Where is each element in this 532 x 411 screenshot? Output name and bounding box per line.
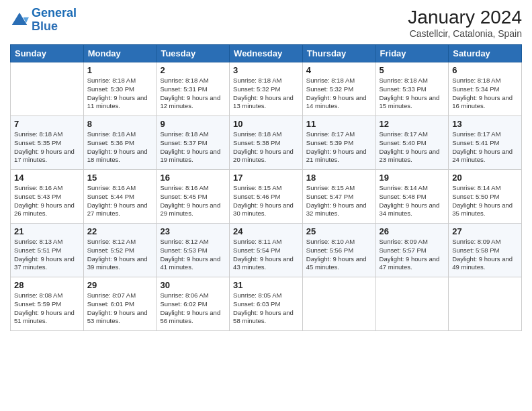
day-number: 25 [306,226,372,236]
day-number: 5 [380,65,445,75]
day-info: Sunrise: 8:14 AM Sunset: 5:50 PM Dayligh… [452,184,518,218]
col-sunday: Sunday [11,45,84,62]
day-number: 28 [14,280,80,290]
day-info: Sunrise: 8:09 AM Sunset: 5:58 PM Dayligh… [452,238,518,272]
day-number: 30 [160,280,226,290]
day-number: 24 [233,226,299,236]
calendar-cell [11,62,84,116]
day-number: 10 [233,119,299,129]
day-number: 13 [452,119,518,129]
day-number: 21 [14,226,80,236]
calendar-cell: 8Sunrise: 8:18 AM Sunset: 5:36 PM Daylig… [83,116,157,170]
day-info: Sunrise: 8:18 AM Sunset: 5:37 PM Dayligh… [160,130,226,165]
calendar-week-4: 21Sunrise: 8:13 AM Sunset: 5:51 PM Dayli… [11,224,522,277]
day-number: 9 [160,119,226,129]
calendar-cell: 31Sunrise: 8:05 AM Sunset: 6:03 PM Dayli… [230,277,303,331]
day-info: Sunrise: 8:15 AM Sunset: 5:46 PM Dayligh… [233,184,299,218]
calendar-cell: 17Sunrise: 8:15 AM Sunset: 5:46 PM Dayli… [230,170,303,224]
month-title: January 2024 [408,7,522,28]
calendar-cell: 1Sunrise: 8:18 AM Sunset: 5:30 PM Daylig… [83,62,157,116]
calendar-week-2: 7Sunrise: 8:18 AM Sunset: 5:35 PM Daylig… [11,116,522,170]
location: Castellcir, Catalonia, Spain [408,28,522,39]
day-info: Sunrise: 8:07 AM Sunset: 6:01 PM Dayligh… [87,291,153,326]
calendar-cell: 4Sunrise: 8:18 AM Sunset: 5:32 PM Daylig… [302,62,375,116]
calendar-cell: 20Sunrise: 8:14 AM Sunset: 5:50 PM Dayli… [449,170,522,224]
calendar-cell: 9Sunrise: 8:18 AM Sunset: 5:37 PM Daylig… [157,116,230,170]
calendar-cell: 30Sunrise: 8:06 AM Sunset: 6:02 PM Dayli… [157,277,230,331]
logo-line2: Blue [32,19,58,33]
col-friday: Friday [375,45,449,62]
calendar-table: Sunday Monday Tuesday Wednesday Thursday… [10,44,522,331]
day-number: 19 [380,173,445,183]
calendar-week-1: 1Sunrise: 8:18 AM Sunset: 5:30 PM Daylig… [11,62,522,116]
day-info: Sunrise: 8:08 AM Sunset: 5:59 PM Dayligh… [14,291,80,326]
calendar-cell [302,277,375,331]
day-info: Sunrise: 8:16 AM Sunset: 5:44 PM Dayligh… [87,184,153,218]
day-info: Sunrise: 8:12 AM Sunset: 5:52 PM Dayligh… [87,238,153,272]
calendar-cell: 28Sunrise: 8:08 AM Sunset: 5:59 PM Dayli… [11,277,84,331]
header: General Blue January 2024 Castellcir, Ca… [10,7,522,39]
calendar-cell: 29Sunrise: 8:07 AM Sunset: 6:01 PM Dayli… [83,277,157,331]
day-info: Sunrise: 8:18 AM Sunset: 5:33 PM Dayligh… [380,77,445,111]
day-number: 14 [14,173,80,183]
calendar-cell: 24Sunrise: 8:11 AM Sunset: 5:54 PM Dayli… [230,224,303,277]
day-number: 3 [233,65,299,75]
day-number: 22 [87,226,153,236]
day-info: Sunrise: 8:09 AM Sunset: 5:57 PM Dayligh… [380,238,445,272]
logo: General Blue [10,7,77,34]
logo-text: General Blue [32,7,77,34]
day-number: 16 [160,173,226,183]
logo-line1: General [32,6,77,19]
day-number: 12 [380,119,445,129]
day-number: 6 [452,65,518,75]
day-info: Sunrise: 8:17 AM Sunset: 5:41 PM Dayligh… [452,130,518,165]
day-info: Sunrise: 8:16 AM Sunset: 5:45 PM Dayligh… [160,184,226,218]
calendar-cell: 5Sunrise: 8:18 AM Sunset: 5:33 PM Daylig… [375,62,449,116]
col-tuesday: Tuesday [157,45,230,62]
calendar-week-3: 14Sunrise: 8:16 AM Sunset: 5:43 PM Dayli… [11,170,522,224]
day-info: Sunrise: 8:12 AM Sunset: 5:53 PM Dayligh… [160,238,226,272]
page-container: General Blue January 2024 Castellcir, Ca… [0,0,532,338]
day-info: Sunrise: 8:05 AM Sunset: 6:03 PM Dayligh… [233,291,299,326]
calendar-cell [449,277,522,331]
calendar-cell: 26Sunrise: 8:09 AM Sunset: 5:57 PM Dayli… [375,224,449,277]
calendar-cell: 18Sunrise: 8:15 AM Sunset: 5:47 PM Dayli… [302,170,375,224]
day-info: Sunrise: 8:18 AM Sunset: 5:30 PM Dayligh… [87,77,153,111]
calendar-cell: 25Sunrise: 8:10 AM Sunset: 5:56 PM Dayli… [302,224,375,277]
col-saturday: Saturday [449,45,522,62]
day-number: 26 [380,226,445,236]
day-number: 4 [306,65,372,75]
calendar-cell: 15Sunrise: 8:16 AM Sunset: 5:44 PM Dayli… [83,170,157,224]
day-info: Sunrise: 8:18 AM Sunset: 5:31 PM Dayligh… [160,77,226,111]
day-info: Sunrise: 8:13 AM Sunset: 5:51 PM Dayligh… [14,238,80,272]
day-number: 27 [452,226,518,236]
calendar-cell: 23Sunrise: 8:12 AM Sunset: 5:53 PM Dayli… [157,224,230,277]
day-info: Sunrise: 8:18 AM Sunset: 5:32 PM Dayligh… [306,77,372,111]
calendar-cell: 3Sunrise: 8:18 AM Sunset: 5:32 PM Daylig… [230,62,303,116]
day-number: 23 [160,226,226,236]
calendar-cell: 21Sunrise: 8:13 AM Sunset: 5:51 PM Dayli… [11,224,84,277]
day-info: Sunrise: 8:16 AM Sunset: 5:43 PM Dayligh… [14,184,80,218]
day-number: 18 [306,173,372,183]
calendar-cell: 22Sunrise: 8:12 AM Sunset: 5:52 PM Dayli… [83,224,157,277]
day-info: Sunrise: 8:18 AM Sunset: 5:36 PM Dayligh… [87,130,153,165]
calendar-cell: 7Sunrise: 8:18 AM Sunset: 5:35 PM Daylig… [11,116,84,170]
day-number: 11 [306,119,372,129]
logo-icon [10,11,29,30]
day-number: 1 [87,65,153,75]
day-number: 17 [233,173,299,183]
day-info: Sunrise: 8:18 AM Sunset: 5:34 PM Dayligh… [452,77,518,111]
calendar-cell: 6Sunrise: 8:18 AM Sunset: 5:34 PM Daylig… [449,62,522,116]
day-info: Sunrise: 8:10 AM Sunset: 5:56 PM Dayligh… [306,238,372,272]
calendar-cell: 13Sunrise: 8:17 AM Sunset: 5:41 PM Dayli… [449,116,522,170]
day-number: 29 [87,280,153,290]
day-number: 2 [160,65,226,75]
calendar-cell [375,277,449,331]
day-info: Sunrise: 8:18 AM Sunset: 5:38 PM Dayligh… [233,130,299,165]
col-wednesday: Wednesday [230,45,303,62]
calendar-cell: 19Sunrise: 8:14 AM Sunset: 5:48 PM Dayli… [375,170,449,224]
day-number: 7 [14,119,80,129]
day-number: 31 [233,280,299,290]
calendar-cell: 2Sunrise: 8:18 AM Sunset: 5:31 PM Daylig… [157,62,230,116]
calendar-cell: 27Sunrise: 8:09 AM Sunset: 5:58 PM Dayli… [449,224,522,277]
